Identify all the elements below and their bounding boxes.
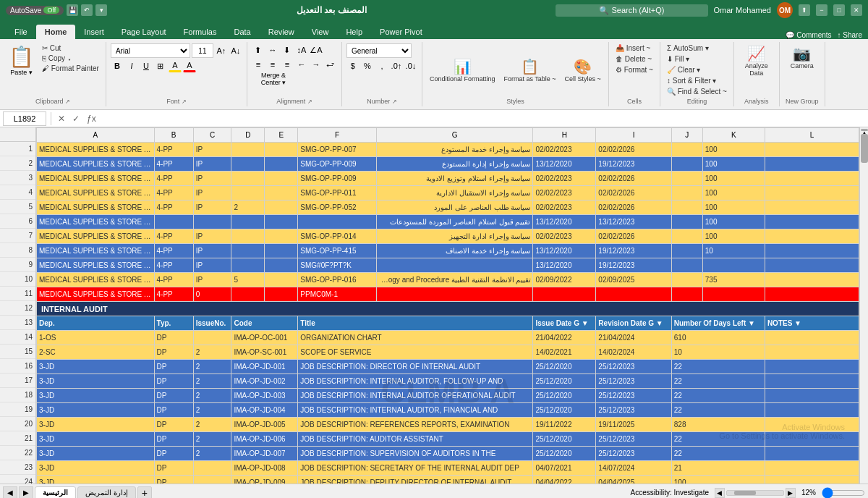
cell[interactable]: 610 (671, 331, 765, 345)
customize-icon[interactable]: ▾ (95, 4, 107, 16)
insert-button[interactable]: 📥 Insert ~ (613, 43, 652, 53)
cell-styles-button[interactable]: 🎨 Cell Styles ~ (562, 56, 604, 84)
cell[interactable]: 02/02/2023 (533, 172, 596, 186)
cell[interactable]: 4-PP (154, 244, 193, 258)
cell[interactable]: DP (154, 389, 193, 403)
cell[interactable]: IMA-OP-JD-003 (231, 389, 298, 403)
cell[interactable]: MEDICAL SUPPLIES & STORE AL (37, 215, 155, 229)
indent-increase-btn[interactable]: → (310, 58, 323, 71)
cell[interactable]: ORGANIZATION CHART (298, 331, 533, 345)
cell[interactable]: JOB DESCRIPTION: INTERNAL AUDITOR, FOLLO… (298, 374, 533, 389)
cell[interactable]: 100 (702, 172, 765, 186)
cell[interactable]: 14/07/2024 (596, 461, 671, 476)
cancel-formula-btn[interactable]: ✕ (56, 114, 67, 124)
cell[interactable] (231, 258, 265, 273)
cell[interactable]: 25/12/2023 (596, 403, 671, 418)
cell[interactable]: SCOPE OF SERVICE (298, 345, 533, 360)
cell[interactable]: 04/04/2022 (533, 476, 596, 484)
currency-btn[interactable]: $ (346, 59, 359, 72)
cell[interactable]: MEDICAL SUPPLIES & STORE AL (37, 273, 155, 287)
cell[interactable]: JOB DESCRIPTION: SUPERVISION OF AUDITORS… (298, 447, 533, 461)
cell[interactable]: JOB DESCRIPTION: INTERNAL AUDITOR, FINAN… (298, 403, 533, 418)
increase-font-btn[interactable]: A↑ (215, 44, 228, 57)
cell[interactable]: IP (193, 273, 231, 287)
cell[interactable]: MEDICAL SUPPLIES & STORE AL (37, 157, 155, 172)
font-family-select[interactable]: Arial (111, 43, 190, 58)
cell[interactable]: 100 (702, 229, 765, 244)
cell[interactable]: سياسة وإجراء إدارة المستودع (376, 157, 533, 172)
cell[interactable]: SMG-OP-PP-009 (298, 172, 376, 186)
add-sheet-btn[interactable]: + (137, 486, 152, 499)
cell[interactable]: 2 (231, 201, 265, 215)
cell[interactable]: 735 (702, 273, 765, 287)
decimal-decrease-btn[interactable]: .0↓ (404, 59, 417, 72)
cell[interactable]: 0 (193, 287, 231, 302)
cell[interactable] (765, 201, 859, 215)
cell[interactable] (596, 287, 671, 302)
cell[interactable] (765, 432, 859, 447)
cell[interactable] (193, 461, 231, 476)
cell[interactable]: 13/12/2020 (533, 215, 596, 229)
cell[interactable] (671, 215, 702, 229)
cell[interactable] (765, 186, 859, 201)
cell[interactable]: 13/12/2020 (533, 258, 596, 273)
cell[interactable]: 13/12/2020 (533, 244, 596, 258)
cell[interactable]: 02/09/2022 (533, 273, 596, 287)
cell[interactable]: IMA-OP-JD-007 (231, 447, 298, 461)
cell[interactable]: 25/12/2023 (596, 432, 671, 447)
cell[interactable]: 3-JD (37, 432, 155, 447)
bold-button[interactable]: B (111, 59, 124, 72)
cell[interactable]: IMA-OP-OC-001 (231, 331, 298, 345)
cell[interactable] (765, 172, 859, 186)
cell[interactable] (702, 287, 765, 302)
indent-decrease-btn[interactable]: ← (295, 58, 308, 71)
cell[interactable]: 19/12/2023 (596, 258, 671, 273)
cell[interactable] (265, 287, 298, 302)
cell[interactable]: 04/07/2021 (533, 461, 596, 476)
cell[interactable]: 100 (702, 143, 765, 157)
cell[interactable]: MEDICAL SUPPLIES & STORE AL (37, 229, 155, 244)
conditional-formatting-button[interactable]: 📊 Conditional Formatting (427, 56, 498, 84)
cell[interactable]: JOB DESCRIPTION: DIRECTOR OF INTERNAL AU… (298, 360, 533, 374)
cell[interactable]: 4-PP (154, 258, 193, 273)
cell[interactable] (154, 215, 193, 229)
cell[interactable] (265, 186, 298, 201)
cell[interactable]: 25/12/2020 (533, 403, 596, 418)
scroll-thumb[interactable] (861, 134, 868, 163)
cell[interactable]: IMA-OP-JD-002 (231, 374, 298, 389)
cell[interactable]: 4-PP (154, 143, 193, 157)
cell[interactable]: IMA-OP-JD-009 (231, 476, 298, 484)
cell[interactable]: 22 (671, 403, 765, 418)
cell[interactable]: 02/02/2023 (533, 201, 596, 215)
cell[interactable]: DP (154, 374, 193, 389)
search-box[interactable]: 🔍 Search (Alt+Q) (556, 4, 707, 17)
vertical-scrollbar[interactable]: ▲ (859, 127, 868, 484)
scroll-right-btn[interactable]: ▶ (786, 488, 796, 498)
merge-center-btn[interactable]: Merge & Center ▾ (252, 72, 295, 85)
cell[interactable]: IMA-OP-JD-005 (231, 418, 298, 432)
cell[interactable]: IP (193, 244, 231, 258)
tab-home[interactable]: Home (36, 25, 76, 39)
cell[interactable] (265, 244, 298, 258)
cell[interactable]: 3-JD (37, 374, 155, 389)
confirm-formula-btn[interactable]: ✓ (70, 114, 82, 124)
cell[interactable] (765, 389, 859, 403)
share-btn[interactable]: ↑ Share (838, 31, 862, 39)
cell[interactable] (765, 273, 859, 287)
cell[interactable] (765, 374, 859, 389)
scroll-bar-h[interactable]: ◀ ▶ (715, 488, 796, 498)
cell[interactable]: 25/12/2023 (596, 374, 671, 389)
ribbon-display-icon[interactable]: ⬆ (799, 4, 810, 16)
sum-button[interactable]: Σ AutoSum ▾ (665, 43, 711, 53)
format-button[interactable]: ⚙ Format ~ (613, 65, 655, 75)
border-button[interactable]: ⊞ (154, 59, 167, 72)
cell[interactable]: 02/02/2026 (596, 143, 671, 157)
decimal-increase-btn[interactable]: .0↑ (390, 59, 403, 72)
cell[interactable] (231, 172, 265, 186)
cell[interactable]: 25/12/2023 (596, 389, 671, 403)
cell[interactable]: 100 (702, 157, 765, 172)
tab-review[interactable]: Review (260, 25, 303, 39)
cell[interactable]: 3-JD (37, 418, 155, 432)
cell[interactable]: 14/02/2021 (533, 345, 596, 360)
cell[interactable]: تقييم قبول استلام العناصر الموردة للمستو… (376, 215, 533, 229)
